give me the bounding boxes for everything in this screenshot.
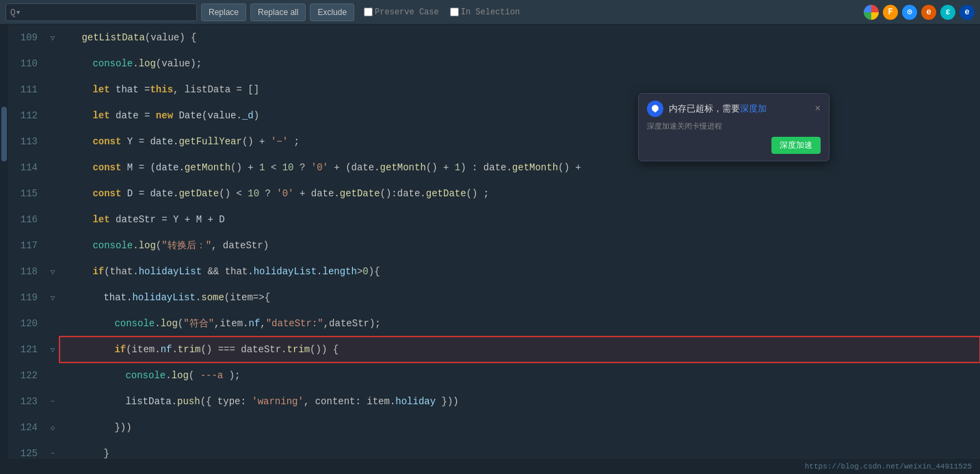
edge-icon: ε xyxy=(940,5,955,20)
line-number: 109 xyxy=(8,32,46,43)
table-row: 110 console.log(value); xyxy=(8,51,980,77)
code-line: })) xyxy=(59,414,980,440)
table-row: 122 console.log( ---a ); xyxy=(8,363,980,389)
lines-wrapper: 109 ▽ getListData(value) { 110 console.l… xyxy=(8,25,980,459)
line-number: 116 xyxy=(8,214,46,225)
line-number: 118 xyxy=(8,266,46,277)
exclude-button[interactable]: Exclude xyxy=(310,3,354,21)
code-area: 109 ▽ getListData(value) { 110 console.l… xyxy=(0,25,980,474)
code-line: const D = date.getDate() < 10 ? '0' + da… xyxy=(59,181,980,207)
table-row: 113 const Y = date.getFullYear() + '−' ; xyxy=(8,129,980,155)
table-row: 116 let dateStr = Y + M + D xyxy=(8,207,980,233)
search-icon: Q▾ xyxy=(10,7,21,18)
table-row: 124 ◇ })) xyxy=(8,414,980,440)
line-number: 124 xyxy=(8,422,46,433)
search-input[interactable] xyxy=(24,7,192,17)
line-number: 113 xyxy=(8,136,46,147)
code-line-highlighted: if(item.nf.trim() === dateStr.trim()) { xyxy=(59,337,980,363)
scroll-thumb[interactable] xyxy=(1,107,7,161)
code-line: that.holidayList.some(item=>{ xyxy=(59,285,980,311)
fold-marker[interactable]: ◇ xyxy=(46,423,59,432)
line-number: 125 xyxy=(8,448,46,459)
line-number: 112 xyxy=(8,110,46,121)
table-row: 125 − } xyxy=(8,440,980,459)
in-selection-label[interactable]: In Selection xyxy=(450,8,520,17)
code-container: 109 ▽ getListData(value) { 110 console.l… xyxy=(0,25,980,459)
line-number: 121 xyxy=(8,344,46,355)
code-line: let that =this, listData = [] xyxy=(59,77,980,103)
code-line: let dateStr = Y + M + D xyxy=(59,207,980,233)
code-line: listData.push({ type: 'warning', content… xyxy=(59,389,980,414)
popup-logo-icon xyxy=(647,101,663,117)
fold-marker[interactable]: ▽ xyxy=(46,293,59,302)
line-number: 122 xyxy=(8,370,46,381)
line-number: 114 xyxy=(8,162,46,173)
table-row: 115 const D = date.getDate() < 10 ? '0' … xyxy=(8,181,980,207)
line-number: 111 xyxy=(8,84,46,95)
table-row: 123 − listData.push({ type: 'warning', c… xyxy=(8,389,980,414)
preserve-case-label[interactable]: Preserve Case xyxy=(364,8,439,17)
table-row: 112 let date = new Date(value._d) xyxy=(8,103,980,129)
code-line: console.log("符合",item.nf,"dateStr:",date… xyxy=(59,311,980,337)
table-row: 114 const M = (date.getMonth() + 1 < 10 … xyxy=(8,155,980,181)
code-line: getListData(value) { xyxy=(59,25,980,51)
code-line: console.log( ---a ); xyxy=(59,363,980,389)
code-line: const M = (date.getMonth() + 1 < 10 ? '0… xyxy=(59,155,980,181)
code-line: console.log("转换后：", dateStr) xyxy=(59,233,980,259)
table-row: 109 ▽ getListData(value) { xyxy=(8,25,980,51)
replace-button[interactable]: Replace xyxy=(201,3,246,21)
line-number: 119 xyxy=(8,292,46,303)
table-row: 117 console.log("转换后：", dateStr) xyxy=(8,233,980,259)
table-row: 118 ▽ if(that.holidayList && that.holida… xyxy=(8,259,980,285)
line-number: 117 xyxy=(8,240,46,251)
table-row: 120 console.log("符合",item.nf,"dateStr:",… xyxy=(8,311,980,337)
fold-marker[interactable]: ▽ xyxy=(46,34,59,42)
browser-icons-group: F ⊙ e ε e xyxy=(864,5,975,20)
fold-marker[interactable]: − xyxy=(46,449,59,458)
fold-marker[interactable]: ▽ xyxy=(46,345,59,354)
chrome-icon xyxy=(864,5,879,20)
code-line: } xyxy=(59,440,980,459)
edge2-icon: e xyxy=(959,5,975,20)
popup-header: 内存已超标，需要深度加 × xyxy=(647,101,821,117)
popup-subtitle: 深度加速关闭卡慢进程 xyxy=(647,121,821,131)
popup-title-text: 内存已超标，需要深度加 xyxy=(669,103,810,115)
code-line: let date = new Date(value._d) xyxy=(59,103,980,129)
status-url: https://blog.csdn.net/weixin_44911525 xyxy=(805,462,972,471)
popup-close-button[interactable]: × xyxy=(815,103,821,114)
code-line: if(that.holidayList && that.holidayList.… xyxy=(59,259,980,285)
line-number: 115 xyxy=(8,188,46,199)
table-row: 121 ▽ if(item.nf.trim() === dateStr.trim… xyxy=(8,337,980,363)
code-line: const Y = date.getFullYear() + '−' ; xyxy=(59,129,980,155)
fold-marker[interactable]: ▽ xyxy=(46,267,59,276)
popup-action-button[interactable]: 深度加速 xyxy=(771,137,821,154)
popup-notification: 内存已超标，需要深度加 × 深度加速关闭卡慢进程 深度加速 xyxy=(638,93,830,161)
in-selection-checkbox[interactable] xyxy=(450,8,459,16)
status-bar: https://blog.csdn.net/weixin_44911525 xyxy=(0,459,980,474)
table-row: 111 let that =this, listData = [] xyxy=(8,77,980,103)
left-scrollbar[interactable] xyxy=(0,25,8,459)
preserve-case-checkbox[interactable] xyxy=(364,8,373,16)
table-row: 119 ▽ that.holidayList.some(item=>{ xyxy=(8,285,980,311)
opera-icon: ⊙ xyxy=(902,5,917,20)
line-number: 110 xyxy=(8,58,46,69)
top-bar: Q▾ Replace Replace all Exclude Preserve … xyxy=(0,0,980,25)
firefox-icon: F xyxy=(883,5,898,20)
fold-marker[interactable]: − xyxy=(46,397,59,406)
code-line: console.log(value); xyxy=(59,51,980,77)
line-number: 120 xyxy=(8,318,46,329)
search-box[interactable]: Q▾ xyxy=(5,3,197,21)
ie-icon: e xyxy=(921,5,936,20)
replace-all-button[interactable]: Replace all xyxy=(250,3,306,21)
line-number: 123 xyxy=(8,396,46,407)
options-group: Preserve Case In Selection xyxy=(364,8,520,17)
